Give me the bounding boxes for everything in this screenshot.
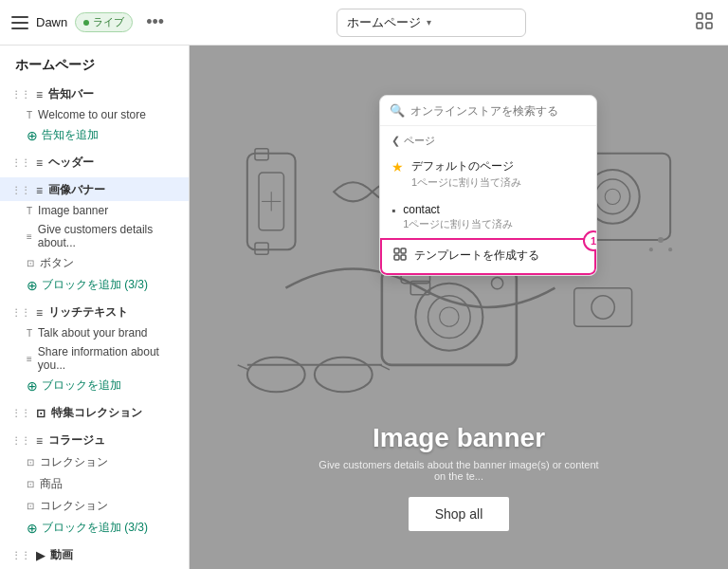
sidebar-group-collage[interactable]: ⋮⋮ ≡ コラージュ [0, 428, 189, 451]
add-announcement-link[interactable]: ⊕ 告知を追加 [0, 124, 189, 146]
hamburger-icon[interactable] [11, 16, 28, 29]
sidebar-group-rich-text[interactable]: ⋮⋮ ≡ リッチテキスト [0, 300, 189, 323]
dropdown-item-default[interactable]: ★ デフォルトのページ 1ページに割り当て済み [380, 152, 596, 196]
text-icon: T [27, 328, 32, 339]
add-label: ブロックを追加 (3/3) [42, 520, 148, 536]
more-button[interactable]: ••• [140, 10, 170, 34]
section-label: 特集コレクション [51, 405, 142, 421]
create-template-item[interactable]: テンプレートを作成する [380, 238, 596, 275]
item-title: contact [403, 203, 513, 216]
add-label: ブロックを追加 (3/3) [42, 277, 148, 293]
shop-all-button[interactable]: Shop all [409, 497, 510, 531]
svg-point-15 [491, 278, 502, 289]
page-dropdown-value: ホームページ [347, 14, 421, 31]
sidebar-group-header[interactable]: ⋮⋮ ≡ ヘッダー [0, 150, 189, 174]
item-label: コレクション [40, 454, 108, 470]
text-icon: T [27, 206, 32, 216]
play-icon: ▶ [36, 549, 45, 562]
svg-rect-0 [697, 13, 702, 19]
svg-rect-2 [697, 23, 702, 28]
item-title: デフォルトのページ [411, 158, 521, 174]
theme-name: Dawn [36, 15, 67, 29]
page-icon: ▪ [391, 204, 395, 217]
dropdown-search-input[interactable] [410, 104, 587, 118]
sidebar-item-image-banner-t[interactable]: T Image banner [0, 201, 189, 220]
block-icon: ⊡ [27, 479, 34, 489]
svg-rect-3 [706, 23, 712, 28]
svg-point-30 [649, 248, 653, 251]
list-icon: ≡ [27, 231, 32, 242]
dropdown-item-contact[interactable]: ▪ contact 1ページに割り当て済み [380, 196, 596, 238]
sidebar-item-collection1[interactable]: ⊡ コレクション [0, 451, 189, 473]
sidebar-section-rich-text: ⋮⋮ ≡ リッチテキスト T Talk about your brand ≡ S… [0, 300, 189, 400]
sidebar-item-share-info[interactable]: ≡ Share information about you... [0, 342, 189, 375]
section-icon: ⊡ [36, 407, 46, 420]
section-label: ページ [404, 134, 435, 148]
dropdown-search: 🔍 [380, 96, 596, 126]
svg-point-17 [315, 358, 373, 393]
svg-line-19 [380, 365, 390, 370]
sidebar-item-collection2[interactable]: ⊡ コレクション [0, 495, 189, 517]
sidebar-section-video: ⋮⋮ ▶ 動画 [0, 542, 189, 569]
sidebar-group-video[interactable]: ⋮⋮ ▶ 動画 [0, 542, 189, 566]
add-collage-block[interactable]: ⊕ ブロックを追加 (3/3) [0, 517, 189, 539]
sidebar-section-header: ⋮⋮ ≡ ヘッダー [0, 150, 189, 177]
sidebar-item-give-customers[interactable]: ≡ Give customers details about... [0, 220, 189, 252]
drag-icon: ⋮⋮ [11, 89, 30, 100]
chevron-down-icon: ▾ [427, 17, 431, 28]
sidebar-item-talk-brand[interactable]: T Talk about your brand [0, 323, 189, 342]
sidebar-item-button[interactable]: ⊡ ボタン [0, 252, 189, 274]
main-layout: ホームページ ⋮⋮ ≡ 告知バー T Welcome to our store … [0, 46, 728, 569]
section-icon: ≡ [36, 156, 43, 170]
add-block-link[interactable]: ⊕ ブロックを追加 (3/3) [0, 274, 189, 296]
drag-icon: ⋮⋮ [11, 408, 30, 418]
sidebar-item-welcome[interactable]: T Welcome to our store [0, 105, 189, 124]
dropdown-item-content-contact: contact 1ページに割り当て済み [403, 203, 513, 231]
svg-rect-1 [706, 13, 712, 19]
item-label: Welcome to our store [38, 108, 146, 121]
create-template-label: テンプレートを作成する [414, 248, 539, 264]
drag-icon: ⋮⋮ [11, 550, 30, 560]
list-icon: ≡ [27, 354, 32, 364]
svg-rect-26 [574, 288, 632, 327]
item-label: コレクション [40, 498, 108, 514]
search-icon: 🔍 [390, 103, 405, 118]
svg-point-27 [592, 296, 614, 319]
plus-icon: ⊕ [27, 521, 38, 536]
sidebar-group-announcement[interactable]: ⋮⋮ ≡ 告知バー [0, 82, 189, 105]
section-icon: ≡ [36, 184, 43, 197]
preview-area: ブログ作成用ストア ホーム カタ... [190, 46, 728, 569]
section-label: リッチテキスト [48, 304, 128, 321]
live-badge: ライブ [75, 12, 133, 32]
grid-icon [696, 12, 713, 29]
svg-point-29 [668, 248, 672, 251]
drag-icon: ⋮⋮ [11, 435, 30, 446]
svg-point-28 [658, 237, 664, 243]
page-dropdown[interactable]: ホームページ ▾ [337, 9, 526, 37]
svg-point-16 [247, 358, 305, 393]
sidebar-item-product[interactable]: ⊡ 商品 [0, 473, 189, 495]
block-icon: ⊡ [27, 501, 34, 511]
svg-rect-31 [394, 248, 399, 253]
svg-rect-33 [394, 255, 399, 260]
sidebar-group-featured[interactable]: ⋮⋮ ⊡ 特集コレクション [0, 400, 189, 424]
section-icon: ≡ [36, 434, 43, 448]
add-rich-text-block[interactable]: ⊕ ブロックを追加 [0, 375, 189, 396]
sidebar: ホームページ ⋮⋮ ≡ 告知バー T Welcome to our store … [0, 46, 190, 569]
plus-icon: ⊕ [27, 378, 38, 394]
top-bar: Dawn ライブ ••• ホームページ ▾ [0, 0, 728, 46]
banner-subtitle: Give customers details about the banner … [317, 459, 601, 482]
customize-icon-button[interactable] [692, 9, 717, 36]
drag-icon: ⋮⋮ [11, 307, 30, 318]
svg-rect-34 [401, 255, 406, 260]
item-label: Talk about your brand [38, 326, 147, 340]
sidebar-title: ホームページ [0, 46, 189, 82]
svg-rect-32 [401, 248, 406, 253]
dropdown-create-wrapper: テンプレートを作成する 1 [380, 238, 596, 275]
top-bar-left: Dawn ライブ ••• [11, 10, 170, 34]
sidebar-group-image-banner[interactable]: ⋮⋮ ≡ 画像バナー [0, 177, 189, 201]
section-label: 動画 [50, 547, 73, 563]
top-bar-right [692, 9, 717, 36]
item-label: ボタン [40, 255, 74, 271]
drag-icon: ⋮⋮ [11, 185, 30, 195]
